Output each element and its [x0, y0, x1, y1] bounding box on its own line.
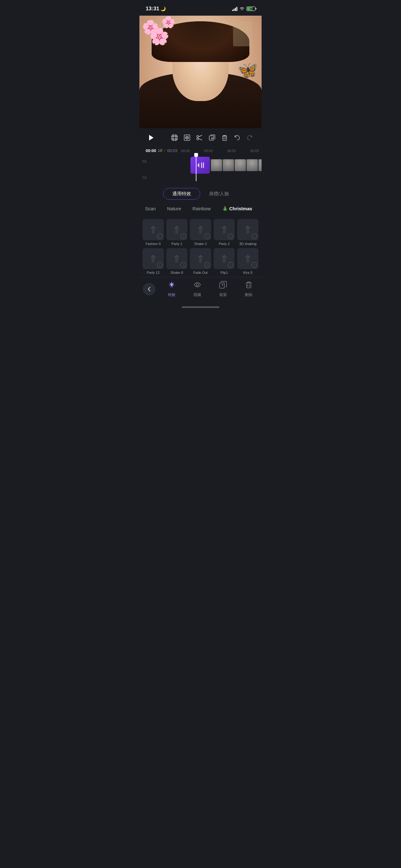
battery-icon: 70 — [247, 7, 255, 11]
ruler-mark-3: 00:02 — [227, 149, 236, 153]
effect-thumb-icon-10 — [242, 253, 253, 264]
undo-icon — [234, 134, 240, 141]
nav-delete-label: 刪除 — [245, 292, 253, 298]
crop-button[interactable] — [169, 132, 180, 143]
video-preview: 🌸 🌸 🌸 🦋 — [139, 16, 262, 128]
butterfly-decoration: 🦋 — [237, 61, 258, 80]
effect-fadeout[interactable]: ↓ Fade Out — [190, 248, 211, 275]
redo-button[interactable] — [244, 132, 255, 143]
effect-kiras[interactable]: ↓ Kira S — [237, 248, 258, 275]
clip-left-handle — [197, 162, 200, 168]
svg-rect-2 — [235, 8, 236, 11]
flower-decoration-2: 🌸 — [149, 27, 170, 46]
download-icon-3: ↓ — [204, 234, 210, 239]
nav-delete[interactable]: 刪除 — [239, 280, 258, 298]
nav-effects-label: 特效 — [168, 292, 175, 298]
scissors-icon — [196, 134, 203, 141]
back-chevron-icon — [146, 286, 152, 292]
effect-3dshaking[interactable]: ↓ 3D shaking — [237, 219, 258, 246]
download-icon-6: ↓ — [157, 262, 163, 268]
clip-block[interactable] — [191, 157, 210, 174]
crop-icon — [171, 134, 178, 141]
effect-thumb-icon-7 — [171, 253, 182, 264]
effect-party12[interactable]: ↓ Party 12 — [143, 248, 164, 275]
effect-label-flip1: Flip1 — [221, 271, 228, 274]
track-label-02: 02 — [143, 176, 147, 180]
download-icon: ↓ — [157, 234, 163, 239]
delete-button[interactable] — [219, 132, 230, 143]
scissors-button[interactable] — [194, 132, 205, 143]
category-christmas[interactable]: 🎄 Christmas — [217, 204, 258, 213]
svg-rect-5 — [172, 135, 177, 140]
time-separator: / — [164, 148, 165, 153]
back-button[interactable] — [143, 283, 155, 296]
effect-party2[interactable]: ↓ Party 2 — [214, 219, 235, 246]
effect-tabs: 通用特效 身體/人臉 — [139, 184, 262, 202]
effect-label-party12: Party 12 — [147, 271, 160, 274]
play-button[interactable] — [146, 132, 157, 143]
bottom-nav: 特效 隱藏 複製 — [139, 277, 262, 304]
effect-thumb-icon-3 — [195, 224, 206, 235]
effect-grid: ↓ Fashion 9 ↓ Party 1 ↓ Shake 2 — [139, 217, 262, 277]
effect-label-shake8: Shake 8 — [170, 271, 183, 274]
effect-label-party1: Party 1 — [171, 242, 182, 246]
timeline-track[interactable]: 01 02 — [139, 153, 262, 181]
effect-thumb-icon-5 — [242, 224, 253, 235]
status-time: 13:31 — [146, 6, 159, 12]
download-icon-8: ↓ — [204, 262, 210, 268]
ruler-mark-4: 00:03 — [250, 149, 259, 153]
category-nature[interactable]: Nature — [161, 204, 187, 213]
effect-thumb-icon — [148, 224, 159, 235]
svg-point-15 — [197, 138, 199, 140]
category-rainbow[interactable]: Rainbow — [187, 204, 216, 213]
effect-thumb-icon-9 — [219, 253, 230, 264]
home-indicator — [139, 304, 262, 309]
svg-rect-3 — [236, 7, 237, 11]
nav-hide[interactable]: 隱藏 — [188, 280, 207, 298]
play-icon — [148, 134, 155, 142]
effects-sparkle-icon — [167, 280, 176, 291]
home-bar — [182, 306, 219, 308]
effect-label-fadeout: Fade Out — [193, 271, 208, 274]
svg-marker-24 — [197, 163, 199, 168]
tab-body-face[interactable]: 身體/人臉 — [200, 188, 238, 199]
nav-effects[interactable]: 特效 — [162, 280, 181, 298]
undo-button[interactable] — [231, 132, 243, 143]
playhead[interactable] — [196, 153, 196, 181]
frame-label: 12f — [158, 149, 162, 152]
category-newyear[interactable]: ✨ New Year — [258, 204, 262, 213]
category-scan[interactable]: Scan — [139, 204, 161, 213]
effect-thumb-icon-6 — [148, 253, 159, 264]
timeline-area: 00:00 12f / 00:03 00:00 00:01 00:02 00:0… — [139, 147, 262, 184]
svg-point-14 — [197, 135, 199, 137]
svg-marker-4 — [149, 135, 153, 141]
tab-general-effects[interactable]: 通用特效 — [163, 188, 200, 199]
nav-copy-label: 複製 — [219, 292, 227, 298]
svg-line-16 — [199, 135, 202, 137]
effect-shake8[interactable]: ↓ Shake 8 — [166, 248, 188, 275]
toolbar-right — [169, 132, 255, 143]
track-label-01: 01 — [143, 159, 147, 164]
svg-rect-31 — [247, 283, 251, 288]
status-icons: 70 — [232, 7, 255, 11]
moon-icon: 🌙 — [161, 6, 166, 11]
thumbnail-strip — [211, 159, 262, 171]
effect-label-3dshaking: 3D shaking — [239, 242, 257, 246]
category-scroll: Scan Nature Rainbow 🎄 Christmas ✨ New Ye… — [139, 202, 262, 217]
effect-label-kiras: Kira S — [243, 271, 253, 274]
nav-hide-label: 隱藏 — [194, 292, 201, 298]
nav-copy[interactable]: 複製 — [214, 280, 232, 298]
signal-icon — [232, 7, 237, 11]
svg-rect-21 — [223, 136, 227, 141]
effect-party1[interactable]: ↓ Party 1 — [166, 219, 188, 246]
effect-shake2[interactable]: ↓ Shake 2 — [190, 219, 211, 246]
effect-fashion9[interactable]: ↓ Fashion 9 — [143, 219, 164, 246]
copy-frame-button[interactable] — [206, 132, 218, 143]
svg-rect-1 — [234, 9, 235, 11]
add-effect-icon — [183, 134, 191, 141]
add-effect-button[interactable] — [181, 132, 193, 143]
svg-line-17 — [199, 138, 202, 141]
svg-point-26 — [196, 284, 199, 286]
total-time: 00:03 — [167, 148, 178, 153]
effect-flip1[interactable]: ↓ Flip1 — [214, 248, 235, 275]
